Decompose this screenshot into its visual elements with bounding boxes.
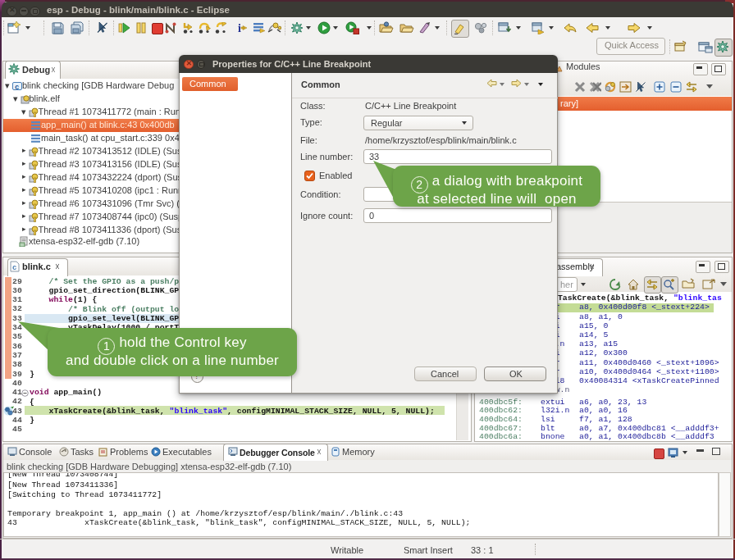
- svg-text:c: c: [15, 84, 19, 92]
- svg-text:c: c: [12, 264, 16, 272]
- svg-text:i: i: [238, 22, 241, 34]
